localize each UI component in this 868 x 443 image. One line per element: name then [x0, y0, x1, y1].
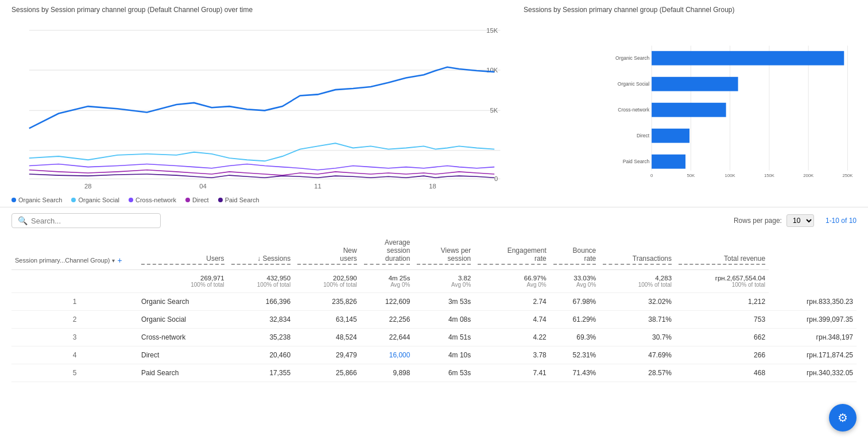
table-row: 1 Organic Search 166,396 235,826 122,609…	[11, 293, 857, 311]
total-new-users-sub: 100% of total	[297, 282, 357, 288]
avg-duration-2: 4m 08s	[413, 311, 474, 329]
users-4: 20,460	[228, 346, 294, 364]
svg-text:0: 0	[494, 175, 498, 182]
svg-text:Jan: Jan	[83, 190, 93, 191]
transactions-3: 662	[675, 329, 769, 346]
add-column-button[interactable]: +	[117, 256, 122, 265]
new-users-2: 22,256	[361, 311, 414, 329]
channel-3: Cross-network	[138, 329, 228, 346]
revenue-3: грн.348,197	[769, 329, 857, 346]
svg-text:11: 11	[314, 183, 321, 190]
sessions-col-header: ↓ Sessions	[231, 255, 291, 265]
new-users-3: 22,644	[361, 329, 414, 346]
channel-header: Session primary...Channel Group) ▾ +	[15, 256, 134, 265]
views-4: 3.78	[474, 346, 549, 364]
search-input[interactable]	[31, 217, 146, 225]
users-5: 17,355	[228, 364, 294, 382]
views-3: 4.22	[474, 329, 549, 346]
chart-legend: Organic Search Organic Social Cross-netw…	[11, 191, 512, 207]
avg-duration-3: 4m 51s	[413, 329, 474, 346]
table-row: 4 Direct 20,460 29,479 16,000 4m 10s 3.7…	[11, 346, 857, 364]
avg-duration-5: 6m 53s	[413, 364, 474, 382]
svg-text:200K: 200K	[803, 173, 814, 178]
bounce-3: 30.7%	[599, 329, 675, 346]
svg-text:Direct: Direct	[637, 133, 650, 138]
data-table-section: Session primary...Channel Group) ▾ + Use…	[0, 234, 868, 394]
svg-rect-26	[652, 51, 844, 66]
users-2: 32,834	[228, 311, 294, 329]
svg-text:Organic Social: Organic Social	[618, 81, 649, 87]
total-transactions-sub: 100% of total	[603, 282, 672, 288]
sessions-2: 63,145	[294, 311, 361, 329]
total-transactions: 4,283	[655, 275, 672, 282]
svg-text:50K: 50K	[687, 173, 695, 178]
total-avg-duration-sub: Avg 0%	[364, 282, 410, 288]
table-row: 2 Organic Social 32,834 63,145 22,256 4m…	[11, 311, 857, 329]
transactions-2: 753	[675, 311, 769, 329]
revenue-col-header: Total revenue	[679, 255, 765, 265]
legend-organic-social: Organic Social	[71, 197, 119, 203]
svg-rect-29	[652, 129, 689, 143]
engagement-1: 67.98%	[550, 293, 600, 311]
svg-text:Feb: Feb	[197, 190, 208, 191]
engagement-5: 71.43%	[550, 364, 600, 382]
rank-1: 1	[11, 293, 138, 311]
views-2: 4.74	[474, 311, 549, 329]
legend-paid-search: Paid Search	[218, 197, 259, 203]
revenue-5: грн.340,332.05	[769, 364, 857, 382]
users-3: 35,238	[228, 329, 294, 346]
left-chart-title: Sessions by Session primary channel grou…	[11, 6, 512, 14]
svg-text:04: 04	[199, 183, 207, 190]
pagination-info: 1-10 of 10	[826, 217, 857, 225]
svg-text:100K: 100K	[725, 173, 736, 178]
revenue-2: грн.399,097.35	[769, 311, 857, 329]
sessions-1: 235,826	[294, 293, 361, 311]
search-wrapper[interactable]: 🔍	[11, 213, 161, 228]
new-users-1: 122,609	[361, 293, 414, 311]
right-chart-title: Sessions by Session primary channel grou…	[524, 6, 857, 14]
new-users-5: 9,898	[361, 364, 414, 382]
svg-text:10K: 10K	[486, 67, 498, 74]
avg-duration-1: 3m 53s	[413, 293, 474, 311]
users-col-header: Users	[141, 255, 224, 265]
channel-1: Organic Search	[138, 293, 228, 311]
new-users-col-header: Newusers	[297, 246, 357, 265]
bounce-2: 38.71%	[599, 311, 675, 329]
total-views: 3.82	[458, 275, 471, 282]
rank-4: 4	[11, 346, 138, 364]
total-bounce: 33.03%	[574, 275, 596, 282]
svg-text:Organic Search: Organic Search	[615, 55, 649, 61]
new-users-4: 16,000	[361, 346, 414, 364]
channel-dropdown-icon[interactable]: ▾	[112, 257, 115, 264]
bounce-5: 28.57%	[599, 364, 675, 382]
rank-3: 3	[11, 329, 138, 346]
engagement-4: 52.31%	[550, 346, 600, 364]
legend-direct: Direct	[185, 197, 209, 203]
engagement-col-header: Engagementrate	[478, 246, 546, 265]
table-row: 5 Paid Search 17,355 25,866 9,898 6m 53s…	[11, 364, 857, 382]
svg-text:0: 0	[650, 173, 653, 178]
svg-rect-27	[652, 77, 738, 91]
table-row: 3 Cross-network 35,238 48,524 22,644 4m …	[11, 329, 857, 346]
search-icon: 🔍	[18, 216, 28, 225]
bounce-1: 32.02%	[599, 293, 675, 311]
transactions-4: 266	[675, 346, 769, 364]
total-views-sub: Avg 0%	[417, 282, 471, 288]
avg-duration-col-header: Averagesessionduration	[364, 238, 410, 265]
transactions-col-header: Transactions	[603, 255, 672, 265]
total-users-sub: 100% of total	[141, 282, 224, 288]
bar-chart: Organic Search Organic Social Cross-netw…	[524, 18, 857, 202]
svg-text:150K: 150K	[764, 173, 775, 178]
svg-rect-28	[652, 103, 726, 117]
avg-duration-4: 4m 10s	[413, 346, 474, 364]
rows-per-page-select[interactable]: 10 25 50	[786, 214, 814, 227]
revenue-1: грн.833,350.23	[769, 293, 857, 311]
channel-2: Organic Social	[138, 311, 228, 329]
views-5: 7.41	[474, 364, 549, 382]
svg-text:Paid Search: Paid Search	[623, 159, 650, 164]
bounce-col-header: Bouncerate	[553, 246, 596, 265]
bounce-4: 47.69%	[599, 346, 675, 364]
total-bounce-sub: Avg 0%	[553, 282, 596, 288]
engagement-2: 61.29%	[550, 311, 600, 329]
channel-5: Paid Search	[138, 364, 228, 382]
